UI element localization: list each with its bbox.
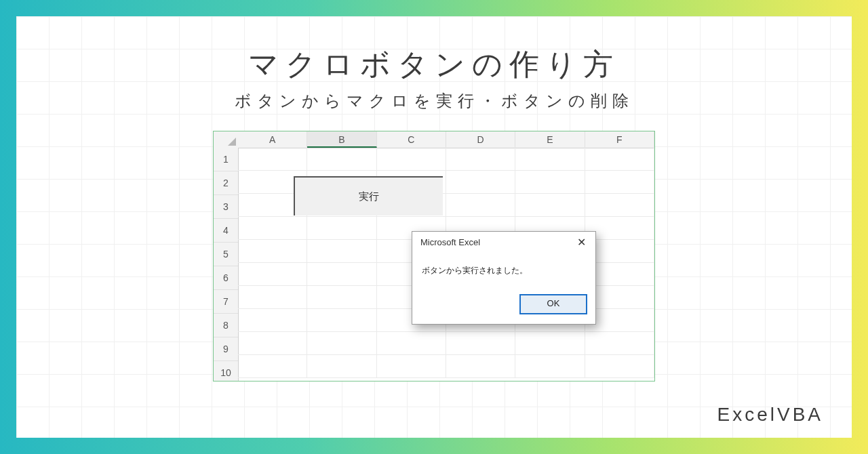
cell[interactable] bbox=[515, 332, 585, 355]
cell[interactable] bbox=[377, 148, 446, 171]
excel-spreadsheet-screenshot: A B C D E F 1 2 3 4 5 6 7 8 9 10 bbox=[213, 131, 655, 381]
cell[interactable] bbox=[307, 148, 376, 171]
cell[interactable] bbox=[377, 332, 446, 355]
row-header[interactable]: 5 bbox=[214, 243, 238, 266]
cell[interactable] bbox=[238, 332, 307, 355]
content-card: マクロボタンの作り方 ボタンからマクロを実行・ボタンの削除 A B C D E … bbox=[16, 16, 852, 438]
cell[interactable] bbox=[585, 148, 654, 171]
cell[interactable] bbox=[377, 355, 446, 378]
cell[interactable] bbox=[515, 171, 585, 194]
row-header[interactable]: 8 bbox=[214, 314, 238, 337]
dialog-title-text: Microsoft Excel bbox=[420, 237, 480, 247]
message-box-dialog: Microsoft Excel ✕ ボタンから実行されました。 OK bbox=[412, 231, 596, 325]
cell[interactable] bbox=[307, 355, 376, 378]
page-title: マクロボタンの作り方 bbox=[248, 45, 620, 85]
row-header[interactable]: 9 bbox=[214, 337, 238, 361]
row-headers: 1 2 3 4 5 6 7 8 9 10 bbox=[214, 148, 239, 381]
cell[interactable] bbox=[515, 148, 585, 171]
cell[interactable] bbox=[446, 332, 515, 355]
row-header[interactable]: 1 bbox=[214, 148, 238, 171]
gradient-border-frame: マクロボタンの作り方 ボタンからマクロを実行・ボタンの削除 A B C D E … bbox=[0, 0, 868, 454]
cell[interactable] bbox=[307, 263, 376, 286]
close-icon[interactable]: ✕ bbox=[574, 236, 589, 249]
dialog-message: ボタンから実行されました。 bbox=[412, 251, 595, 289]
cell[interactable] bbox=[238, 217, 307, 240]
cell[interactable] bbox=[238, 240, 307, 263]
dialog-footer: OK bbox=[412, 289, 595, 324]
title-block: マクロボタンの作り方 ボタンからマクロを実行・ボタンの削除 bbox=[16, 16, 852, 112]
title-text: マクロボタンの作り方 bbox=[248, 47, 620, 81]
cell[interactable] bbox=[307, 286, 376, 309]
row-header[interactable]: 2 bbox=[214, 171, 238, 195]
row-header[interactable]: 10 bbox=[214, 361, 238, 381]
column-header[interactable]: E bbox=[515, 131, 585, 148]
cell[interactable] bbox=[307, 332, 376, 355]
cell[interactable] bbox=[238, 355, 307, 378]
cell[interactable] bbox=[446, 355, 515, 378]
cell[interactable] bbox=[446, 194, 515, 217]
column-header[interactable]: C bbox=[377, 131, 446, 148]
cell[interactable] bbox=[446, 171, 515, 194]
cell[interactable] bbox=[238, 148, 307, 171]
row-header[interactable]: 3 bbox=[214, 195, 238, 219]
cell[interactable] bbox=[585, 171, 654, 194]
cell[interactable] bbox=[446, 148, 515, 171]
row-header[interactable]: 7 bbox=[214, 290, 238, 314]
row-header[interactable]: 4 bbox=[214, 219, 238, 243]
column-header[interactable]: B bbox=[307, 131, 376, 148]
row-header[interactable]: 6 bbox=[214, 266, 238, 290]
macro-run-button[interactable]: 実行 bbox=[294, 176, 443, 215]
cell[interactable] bbox=[585, 194, 654, 217]
column-headers: A B C D E F bbox=[238, 131, 654, 148]
cell[interactable] bbox=[515, 194, 585, 217]
cell[interactable] bbox=[585, 355, 654, 378]
column-header[interactable]: F bbox=[585, 131, 654, 148]
cell[interactable] bbox=[585, 332, 654, 355]
ok-button[interactable]: OK bbox=[519, 294, 587, 314]
cell[interactable] bbox=[515, 355, 585, 378]
cell[interactable] bbox=[307, 240, 376, 263]
dialog-titlebar: Microsoft Excel ✕ bbox=[412, 232, 595, 251]
cell[interactable] bbox=[307, 309, 376, 332]
cell[interactable] bbox=[238, 263, 307, 286]
page-subtitle: ボタンからマクロを実行・ボタンの削除 bbox=[16, 90, 852, 112]
column-header[interactable]: A bbox=[238, 131, 307, 148]
brand-label: ExcelVBA bbox=[717, 404, 824, 426]
cell[interactable] bbox=[307, 217, 376, 240]
column-header[interactable]: D bbox=[446, 131, 515, 148]
select-all-corner[interactable] bbox=[214, 131, 239, 148]
cell[interactable] bbox=[238, 286, 307, 309]
cell[interactable] bbox=[238, 309, 307, 332]
macro-run-button-label: 実行 bbox=[359, 190, 379, 202]
cell-grid: 実行 Microsoft Excel ✕ ボタンから実行されました。 OK bbox=[238, 148, 654, 381]
